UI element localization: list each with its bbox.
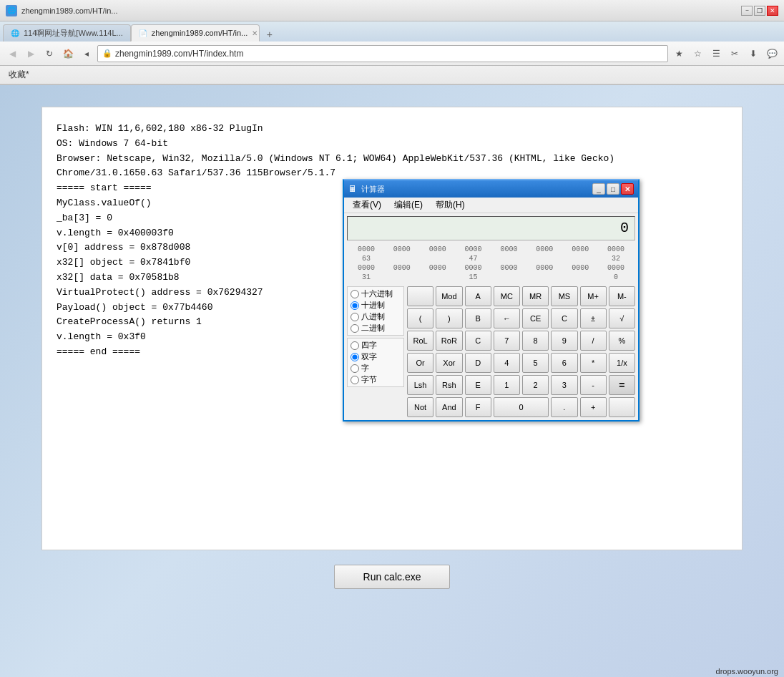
radio-hex-input[interactable] [351,290,359,298]
btn-dot[interactable]: . [551,397,577,417]
favorites-icon[interactable]: ★ [671,46,687,62]
radio-word[interactable]: 字 [351,363,401,374]
run-calc-button[interactable]: Run calc.exe [334,565,451,589]
bookmarks-text: 收藏* [9,69,29,81]
tab2-label: zhengmin1989.com/HT/in... [152,29,248,37]
btn-8[interactable]: 8 [522,331,549,351]
restore-btn[interactable]: ❐ [754,6,765,16]
back-button[interactable]: ◀ [4,46,20,62]
radio-hex[interactable]: 十六进制 [351,288,401,299]
btn-plusminus[interactable]: ± [580,308,607,328]
btn-not[interactable]: Not [407,397,433,417]
hex-r4c6 [526,273,562,282]
tab-2[interactable]: 📄 zhengmin1989.com/HT/in... ✕ [131,24,260,42]
download-icon[interactable]: ⬇ [745,46,761,62]
btn-mr[interactable]: MR [522,286,549,306]
btn-4[interactable]: 4 [494,353,520,373]
btn-6[interactable]: 6 [551,353,577,373]
word-size-group: 四字 双字 字 字节 [347,338,404,387]
tab2-close-icon[interactable]: ✕ [252,29,258,37]
hex-r2c3 [420,254,456,263]
radio-dec[interactable]: 十进制 [351,300,401,311]
btn-minus[interactable]: - [580,375,607,395]
close-window-btn[interactable]: ✕ [767,6,778,16]
btn-reciprocal[interactable]: 1/x [609,353,635,373]
btn-multiply[interactable]: * [580,353,607,373]
btn-C[interactable]: C [465,331,491,351]
calc-menu-view[interactable]: 查看(V) [347,198,387,213]
scissors-icon[interactable]: ✂ [727,46,743,62]
radio-byte[interactable]: 字节 [351,374,401,385]
btn-or[interactable]: Or [407,353,433,373]
btn-mminus[interactable]: M- [609,286,635,306]
btn-equals-top[interactable]: = [609,375,635,395]
nav-right-controls: ★ ☆ ☰ ✂ ⬇ 💬 [671,46,780,62]
home-button[interactable]: 🏠 [60,46,76,62]
btn-plus[interactable]: + [580,397,607,417]
btn-5[interactable]: 5 [522,353,549,373]
chat-icon[interactable]: 💬 [764,46,780,62]
btn-rol[interactable]: RoL [407,331,433,351]
calc-close-btn[interactable]: ✕ [621,183,634,195]
btn-E[interactable]: E [465,375,491,395]
btn-ror[interactable]: RoR [436,331,462,351]
btn-D[interactable]: D [465,353,491,373]
forward-button[interactable]: ▶ [23,46,39,62]
btn-9[interactable]: 9 [551,331,577,351]
radio-bin-input[interactable] [351,324,359,333]
new-tab-button[interactable]: + [263,27,277,42]
prev-page-button[interactable]: ◂ [79,46,94,62]
btn-A[interactable]: A [465,286,491,306]
btn-sqrt[interactable]: √ [609,308,635,328]
calc-menu-edit[interactable]: 编辑(E) [388,198,428,213]
btn-0[interactable]: 0 [494,397,549,417]
btn-percent[interactable]: % [609,331,635,351]
refresh-button[interactable]: ↻ [41,46,57,62]
radio-bin[interactable]: 二进制 [351,323,401,333]
radio-oct-input[interactable] [351,313,359,321]
btn-ms[interactable]: MS [551,286,577,306]
calc-restore-btn[interactable]: □ [607,183,619,195]
btn-mod[interactable]: Mod [436,286,462,306]
calc-minimize-btn[interactable]: _ [592,183,605,195]
hex-r1c6: 0000 [526,245,562,254]
btn-7[interactable]: 7 [494,331,520,351]
calc-menu-help[interactable]: 帮助(H) [430,198,471,213]
hex-r1c8: 0000 [598,245,634,254]
radio-qword-input[interactable] [351,341,359,350]
tab-1[interactable]: 🌐 114啊网址导航[Www.114L... [3,24,131,42]
btn-backspace[interactable]: ← [494,308,520,328]
menu-icon[interactable]: ☰ [708,46,724,62]
hex-r4c4: 15 [456,273,491,282]
btn-and[interactable]: And [436,397,462,417]
btn-1[interactable]: 1 [494,375,520,395]
calc-buttons-area: 十六进制 十进制 八进制 二进制 [344,283,638,420]
calc-window-buttons: _ □ ✕ [592,183,634,195]
btn-mc[interactable]: MC [494,286,520,306]
address-input[interactable] [115,49,663,59]
btn-open-paren[interactable]: ( [407,308,433,328]
radio-qword[interactable]: 四字 [351,340,401,351]
radio-dword[interactable]: 双字 [351,351,401,362]
btn-F[interactable]: F [465,397,491,417]
nav-star-icon[interactable]: ☆ [690,46,705,62]
btn-xor[interactable]: Xor [436,353,462,373]
btn-ce[interactable]: CE [522,308,549,328]
btn-2[interactable]: 2 [522,375,549,395]
nav-bar: ◀ ▶ ↻ 🏠 ◂ 🔒 ★ ☆ ☰ ✂ ⬇ 💬 [0,42,784,66]
btn-B[interactable]: B [465,308,491,328]
btn-3[interactable]: 3 [551,375,577,395]
minimize-btn[interactable]: － [741,6,753,16]
btn-close-paren[interactable]: ) [436,308,462,328]
btn-rsh[interactable]: Rsh [436,375,462,395]
btn-divide[interactable]: / [580,331,607,351]
radio-oct[interactable]: 八进制 [351,311,401,322]
btn-c[interactable]: C [551,308,577,328]
btn-mplus[interactable]: M+ [580,286,607,306]
btn-lsh[interactable]: Lsh [407,375,433,395]
radio-byte-input[interactable] [351,376,359,384]
bookmarks-label[interactable]: 收藏* [6,69,32,81]
radio-word-input[interactable] [351,364,359,373]
radio-dword-input[interactable] [351,353,359,361]
radio-dec-input[interactable] [351,301,359,310]
